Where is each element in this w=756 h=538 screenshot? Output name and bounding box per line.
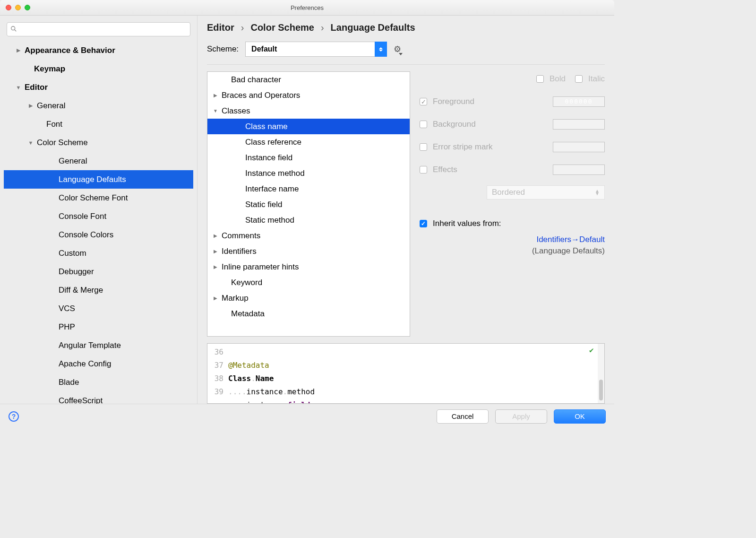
italic-checkbox[interactable]: Italic <box>575 74 605 84</box>
sidebar-item[interactable]: Console Colors <box>4 226 193 244</box>
inherit-checkbox[interactable]: Inherit values from: <box>420 219 605 228</box>
errorstripe-label: Error stripe mark <box>433 142 493 152</box>
sidebar-item-label: CoffeeScript <box>59 396 103 404</box>
breadcrumb-item[interactable]: Editor <box>207 22 234 33</box>
gear-icon[interactable]: ⚙ <box>394 44 401 54</box>
sidebar-item[interactable]: Custom <box>4 244 193 262</box>
sidebar-item[interactable]: Color Scheme Font <box>4 189 193 207</box>
errorstripe-checkbox[interactable] <box>420 143 427 151</box>
tree-item[interactable]: Metadata <box>207 306 410 321</box>
sidebar-item[interactable]: VCS <box>4 299 193 318</box>
sidebar-item-label: PHP <box>59 322 75 332</box>
code-preview: 36 37 38 39 @Metadata Class.Name ....ins… <box>207 343 605 404</box>
sidebar-item[interactable]: CoffeeScript <box>4 391 193 404</box>
chevron-right-icon: › <box>321 22 324 33</box>
sidebar-item[interactable]: Diff & Merge <box>4 281 193 299</box>
sidebar-item[interactable]: Console Font <box>4 207 193 226</box>
sidebar-item-label: Console Font <box>59 212 106 221</box>
sidebar-item-label: General <box>59 156 87 166</box>
apply-button: Apply <box>495 409 547 424</box>
effects-type-selector: Bordered ▲▼ <box>487 185 605 200</box>
foreground-label: Foreground <box>433 97 474 106</box>
effects-checkbox[interactable] <box>420 166 427 174</box>
foreground-swatch[interactable]: 000000 <box>553 96 605 107</box>
sidebar-item[interactable]: General <box>4 152 193 170</box>
foreground-checkbox[interactable] <box>420 98 427 105</box>
scheme-value[interactable] <box>245 42 387 57</box>
sidebar-item[interactable]: ▶General <box>4 96 193 115</box>
tree-item-label: Static field <box>245 200 282 209</box>
cancel-button[interactable]: Cancel <box>437 409 489 424</box>
effects-swatch[interactable] <box>553 165 605 175</box>
updown-icon: ▲▼ <box>595 190 600 195</box>
background-swatch[interactable] <box>553 119 605 130</box>
effects-label: Effects <box>433 165 457 174</box>
tree-item[interactable]: ▶Comments <box>207 228 410 243</box>
tree-item[interactable]: ▶Markup <box>207 290 410 306</box>
sidebar-item-label: General <box>37 101 65 111</box>
ok-button[interactable]: OK <box>554 409 606 424</box>
tree-item[interactable]: ▶Identifiers <box>207 243 410 259</box>
breadcrumb-item[interactable]: Color Scheme <box>250 22 314 33</box>
sidebar-item[interactable]: Language Defaults <box>4 170 193 189</box>
background-checkbox[interactable] <box>420 121 427 128</box>
tree-item-label: Markup <box>222 294 249 303</box>
tree-item[interactable]: Instance method <box>207 165 410 181</box>
sidebar-item[interactable]: Angular Template <box>4 336 193 355</box>
chevron-right-icon: ▶ <box>15 47 22 53</box>
sidebar-item[interactable]: ▶Appearance & Behavior <box>4 41 193 60</box>
bold-checkbox[interactable]: Bold <box>536 74 566 84</box>
chevron-right-icon: ▶ <box>212 295 219 301</box>
tree-item[interactable]: Bad character <box>207 72 410 87</box>
errorstripe-swatch[interactable] <box>553 142 605 152</box>
sidebar-item[interactable]: PHP <box>4 318 193 336</box>
inherit-link[interactable]: Identifiers→Default <box>420 235 605 244</box>
sidebar: ▶Appearance & BehaviorKeymap▼Editor▶Gene… <box>0 16 198 404</box>
chevron-right-icon: ▶ <box>27 103 34 109</box>
chevron-down-icon: ▼ <box>15 85 22 90</box>
sidebar-item[interactable]: Font <box>4 115 193 133</box>
tree-item-label: Instance method <box>245 169 305 178</box>
tree-item[interactable]: ▼Classes <box>207 103 410 119</box>
sidebar-item-label: Angular Template <box>59 341 121 350</box>
sidebar-item-label: Keymap <box>34 64 65 74</box>
sidebar-item-label: Diff & Merge <box>59 286 103 295</box>
preview-scrollbar[interactable] <box>598 344 604 403</box>
help-icon[interactable]: ? <box>9 411 19 422</box>
tree-item-label: Interface name <box>245 184 299 194</box>
sidebar-item-label: Appearance & Behavior <box>25 46 115 55</box>
tree-item[interactable]: Interface name <box>207 181 410 197</box>
sidebar-item-label: Debugger <box>59 267 94 277</box>
tree-item[interactable]: Class reference <box>207 134 410 150</box>
sidebar-item-label: Color Scheme Font <box>59 193 128 203</box>
sidebar-item[interactable]: Apache Config <box>4 355 193 373</box>
search-input[interactable] <box>7 22 190 36</box>
tree-item[interactable]: Keyword <box>207 275 410 290</box>
scheme-selector[interactable] <box>245 42 387 57</box>
sidebar-item[interactable]: ▼Color Scheme <box>4 133 193 152</box>
dialog-footer: ? Cancel Apply OK <box>0 404 614 428</box>
sidebar-item-label: Font <box>46 120 62 129</box>
sidebar-item[interactable]: Keymap <box>4 60 193 78</box>
tree-item-label: Class reference <box>245 138 301 147</box>
sidebar-item-label: Color Scheme <box>37 138 88 148</box>
tree-item[interactable]: Static method <box>207 212 410 228</box>
attribute-tree[interactable]: Bad character▶Braces and Operators▼Class… <box>207 71 410 337</box>
tree-item-label: Inline parameter hints <box>222 262 299 272</box>
tree-item-label: Braces and Operators <box>222 91 300 100</box>
tree-item[interactable]: Instance field <box>207 150 410 165</box>
sidebar-item-label: Custom <box>59 249 86 258</box>
tree-item[interactable]: Static field <box>207 197 410 212</box>
sidebar-item-label: Apache Config <box>59 359 112 369</box>
inherit-sublabel: (Language Defaults) <box>420 246 605 256</box>
tree-item[interactable]: Class name <box>207 119 410 134</box>
tree-item[interactable]: ▶Braces and Operators <box>207 87 410 103</box>
scheme-dropdown-icon[interactable] <box>375 42 387 57</box>
titlebar: Preferences <box>0 0 614 16</box>
content-panel: Editor › Color Scheme › Language Default… <box>198 16 614 404</box>
sidebar-item[interactable]: Debugger <box>4 262 193 281</box>
sidebar-item[interactable]: ▼Editor <box>4 78 193 96</box>
sidebar-item[interactable]: Blade <box>4 373 193 391</box>
background-label: Background <box>433 120 476 129</box>
tree-item[interactable]: ▶Inline parameter hints <box>207 259 410 275</box>
